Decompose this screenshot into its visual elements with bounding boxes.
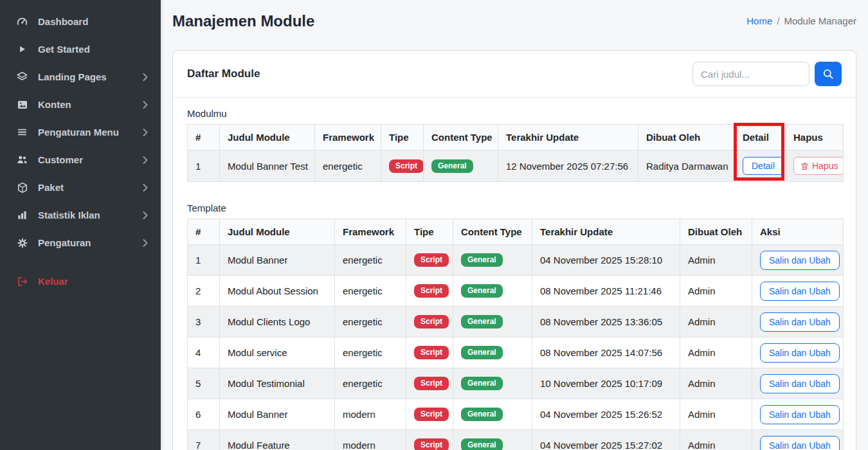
sidebar-item-paket[interactable]: Paket bbox=[0, 174, 161, 201]
judul-module-cell: Modul Clients Logo bbox=[220, 307, 335, 338]
row-number: 6 bbox=[188, 399, 220, 430]
detail-button[interactable]: Detail bbox=[743, 157, 784, 175]
sidebar-item-konten[interactable]: Konten bbox=[0, 91, 161, 118]
tipe-cell: Script bbox=[381, 150, 424, 182]
salin-dan-ubah-button[interactable]: Salin dan Ubah bbox=[760, 282, 840, 301]
table-row: 1 Modul Banner Test energetic Script Gen… bbox=[188, 150, 844, 182]
row-number: 5 bbox=[188, 368, 220, 399]
tipe-cell: Script bbox=[406, 276, 453, 307]
tipe-cell: Script bbox=[406, 430, 453, 450]
tipe-cell: Script bbox=[406, 245, 453, 276]
hapus-button[interactable]: Hapus bbox=[793, 157, 844, 175]
sidebar-item-dashboard[interactable]: Dashboard bbox=[0, 8, 161, 35]
judul-module-cell: Modul About Session bbox=[220, 276, 335, 307]
framework-cell: energetic bbox=[315, 150, 381, 182]
breadcrumb: Home / Module Manager bbox=[746, 15, 856, 26]
play-icon bbox=[16, 43, 28, 55]
salin-dan-ubah-button[interactable]: Salin dan Ubah bbox=[760, 312, 840, 332]
framework-cell: energetic bbox=[335, 276, 406, 307]
column-header: Framework bbox=[315, 125, 381, 150]
sidebar-item-label: Customer bbox=[38, 154, 83, 165]
sidebar-item-pengaturan[interactable]: Pengaturan bbox=[0, 229, 161, 256]
chevron-right-icon bbox=[143, 156, 148, 164]
salin-dan-ubah-button[interactable]: Salin dan Ubah bbox=[760, 436, 840, 450]
chevron-right-icon bbox=[143, 101, 148, 109]
terakhir-update-cell: 04 November 2025 15:27:02 bbox=[532, 430, 680, 450]
search-input[interactable] bbox=[692, 62, 809, 86]
row-number: 4 bbox=[188, 338, 220, 368]
judul-module-cell: Modul Testimonial bbox=[220, 368, 335, 399]
tipe-badge: Script bbox=[414, 438, 449, 450]
tipe-badge: Script bbox=[414, 377, 449, 390]
content-type-cell: General bbox=[424, 150, 498, 182]
gear-icon bbox=[16, 237, 28, 249]
sidebar-item-label: Dashboard bbox=[38, 16, 88, 27]
terakhir-update-cell: 08 November 2025 11:21:46 bbox=[532, 276, 680, 307]
column-header: Aksi bbox=[752, 219, 844, 245]
column-header: # bbox=[188, 219, 220, 245]
column-header: Dibuat Oleh bbox=[638, 125, 735, 150]
column-header: Dibuat Oleh bbox=[680, 219, 752, 245]
trash-icon bbox=[800, 162, 809, 170]
aksi-cell: Salin dan Ubah bbox=[752, 307, 844, 338]
card-header: Daftar Module bbox=[173, 51, 856, 98]
content-type-cell: General bbox=[453, 307, 532, 338]
search-button[interactable] bbox=[815, 62, 842, 86]
column-header: Tipe bbox=[406, 219, 453, 245]
tipe-cell: Script bbox=[406, 399, 453, 430]
sidebar-item-get-started[interactable]: Get Started bbox=[0, 35, 161, 63]
dibuat-oleh-cell: Admin bbox=[680, 307, 752, 338]
row-number: 3 bbox=[188, 307, 220, 338]
aksi-cell: Salin dan Ubah bbox=[752, 430, 844, 450]
column-header: Judul Module bbox=[220, 219, 335, 245]
salin-dan-ubah-button[interactable]: Salin dan Ubah bbox=[760, 343, 840, 363]
sidebar-item-customer[interactable]: Customer bbox=[0, 146, 161, 174]
terakhir-update-cell: 12 November 2025 07:27:56 bbox=[498, 150, 638, 182]
aksi-cell: Salin dan Ubah bbox=[752, 368, 844, 399]
table-row: 2 Modul About Session energetic Script G… bbox=[188, 276, 844, 307]
section-label-modulmu: Modulmu bbox=[187, 108, 842, 119]
terakhir-update-cell: 08 November 2025 14:07:56 bbox=[532, 338, 680, 368]
row-number: 7 bbox=[188, 430, 220, 450]
chevron-right-icon bbox=[143, 212, 148, 219]
sidebar-item-statistik-iklan[interactable]: Statistik Iklan bbox=[0, 201, 161, 229]
terakhir-update-cell: 08 November 2025 13:36:05 bbox=[532, 307, 680, 338]
chevron-right-icon bbox=[143, 184, 148, 192]
dibuat-oleh-cell: Admin bbox=[680, 276, 752, 307]
salin-dan-ubah-button[interactable]: Salin dan Ubah bbox=[760, 405, 840, 424]
content-type-cell: General bbox=[453, 245, 532, 276]
framework-cell: energetic bbox=[335, 307, 406, 338]
bar-chart-icon bbox=[16, 209, 28, 221]
table-row: 5 Modul Testimonial energetic Script Gen… bbox=[188, 368, 844, 399]
sidebar-item-keluar[interactable]: Keluar bbox=[0, 267, 161, 295]
tipe-badge: Script bbox=[414, 315, 449, 328]
content-type-cell: General bbox=[453, 368, 532, 399]
row-number: 1 bbox=[188, 245, 220, 276]
content-type-cell: General bbox=[453, 338, 532, 368]
table-row: 7 Modul Feature modern Script General 04… bbox=[188, 430, 844, 450]
sidebar-item-landing-pages[interactable]: Landing Pages bbox=[0, 63, 161, 91]
row-number: 1 bbox=[188, 150, 220, 182]
aksi-cell: Salin dan Ubah bbox=[752, 276, 844, 307]
chevron-right-icon bbox=[143, 73, 148, 81]
hapus-cell: Hapus bbox=[786, 150, 844, 182]
column-header: Tipe bbox=[381, 125, 424, 150]
framework-cell: energetic bbox=[335, 245, 406, 276]
salin-dan-ubah-button[interactable]: Salin dan Ubah bbox=[760, 374, 840, 393]
dibuat-oleh-cell: Admin bbox=[680, 245, 752, 276]
template-section: Template # Judul Module Framework Tipe C… bbox=[187, 203, 842, 450]
sidebar-item-pengaturan-menu[interactable]: Pengaturan Menu bbox=[0, 118, 161, 146]
breadcrumb-home-link[interactable]: Home bbox=[746, 15, 772, 26]
row-number: 2 bbox=[188, 276, 220, 307]
column-header: # bbox=[188, 125, 220, 150]
table-row: 4 Modul service energetic Script General… bbox=[188, 338, 844, 368]
hapus-button-label: Hapus bbox=[812, 161, 838, 171]
box-icon bbox=[16, 181, 28, 194]
layers-icon bbox=[16, 71, 28, 83]
salin-dan-ubah-button[interactable]: Salin dan Ubah bbox=[760, 251, 840, 270]
template-table: # Judul Module Framework Tipe Content Ty… bbox=[187, 219, 844, 450]
modulmu-table: # Judul Module Framework Tipe Content Ty… bbox=[187, 124, 844, 182]
dibuat-oleh-cell: Admin bbox=[680, 399, 752, 430]
terakhir-update-cell: 04 November 2025 15:28:10 bbox=[532, 245, 680, 276]
dibuat-oleh-cell: Admin bbox=[680, 338, 752, 368]
